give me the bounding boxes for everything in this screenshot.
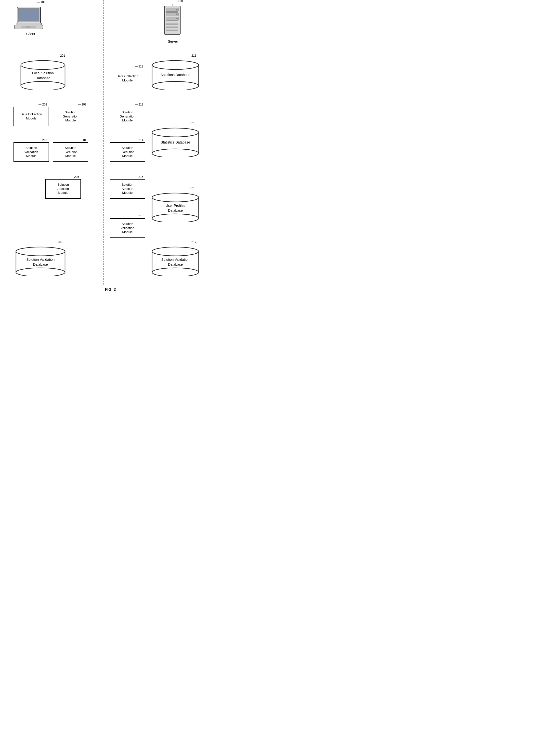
svg-point-23 <box>21 81 65 90</box>
svg-rect-6 <box>26 26 30 27</box>
solution-validation-db-left-icon: Solution Validation Database <box>13 244 67 276</box>
ref-207: — 207 <box>54 240 63 244</box>
solution-execution-214-label: SolutionExecutionModule <box>120 146 134 158</box>
ref-219: — 219 <box>188 186 196 190</box>
ref-216: — 216 <box>135 214 143 218</box>
svg-text:Solutions Database: Solutions Database <box>160 73 190 77</box>
svg-text:Statistics Database: Statistics Database <box>161 140 190 144</box>
solution-generation-213: — 213 SolutionGenerationModule <box>110 107 145 126</box>
divider <box>103 0 104 285</box>
solution-validation-db-right: — 217 Solution Validation Database <box>150 244 201 277</box>
solutions-db-icon: Solutions Database <box>150 58 201 90</box>
user-profiles-db-icon: User Profiles Database <box>150 190 201 222</box>
solutions-db: — 211 Solutions Database <box>150 58 201 91</box>
svg-text:Database: Database <box>33 262 48 266</box>
server-icon <box>161 4 185 38</box>
data-collection-212-label: Data CollectionModule <box>117 74 138 83</box>
solution-execution-204-label: SolutionExecutionModule <box>64 146 78 158</box>
diagram-container: — 100 Client — 130 <box>0 0 221 294</box>
svg-point-29 <box>152 61 199 69</box>
local-solution-db-icon: Local Solution Database <box>18 58 67 90</box>
ref-214: — 214 <box>135 138 143 142</box>
svg-text:Solution Validation: Solution Validation <box>161 258 190 261</box>
svg-rect-3 <box>16 23 42 25</box>
svg-point-47 <box>152 247 199 256</box>
client-device: — 100 Client <box>13 5 48 36</box>
svg-text:Local Solution: Local Solution <box>32 71 54 75</box>
svg-rect-17 <box>166 27 178 28</box>
solution-validation-db-left: — 207 Solution Validation Database <box>13 244 67 277</box>
ref-204: — 204 <box>78 138 86 142</box>
data-collection-202: — 202 Data CollectionModule <box>13 107 49 126</box>
svg-rect-16 <box>166 26 178 26</box>
solution-execution-214: — 214 SolutionExecutionModule <box>110 142 145 162</box>
server-label: Server <box>161 39 185 43</box>
svg-rect-18 <box>166 29 178 29</box>
client-ref-label: — 100 <box>37 0 45 4</box>
data-collection-202-label: Data CollectionModule <box>20 112 42 121</box>
solution-addition-205: — 205 SolutionAdditionModule <box>45 179 81 199</box>
ref-212: — 212 <box>135 65 143 69</box>
solution-validation-206-label: SolutionValidationModule <box>24 146 38 158</box>
solution-addition-215: — 215 SolutionAdditionModule <box>110 179 145 199</box>
svg-text:Database: Database <box>168 209 183 212</box>
solution-addition-205-label: SolutionAdditionModule <box>57 183 69 195</box>
svg-rect-15 <box>166 24 178 25</box>
solution-validation-206: — 206 SolutionValidationModule <box>13 142 49 162</box>
svg-point-12 <box>176 13 178 15</box>
ref-211: — 211 <box>188 54 196 57</box>
client-label: Client <box>13 32 48 36</box>
svg-point-24 <box>21 61 65 69</box>
ref-206: — 206 <box>39 138 47 142</box>
ref-218: — 218 <box>188 121 196 125</box>
svg-point-46 <box>152 268 199 276</box>
svg-point-28 <box>152 81 199 90</box>
svg-rect-14 <box>166 23 178 24</box>
fig-caption: FIG. 2 <box>105 287 116 292</box>
statistics-db: — 218 Statistics Database <box>150 125 201 158</box>
ref-215: — 215 <box>135 175 143 179</box>
svg-point-32 <box>152 149 199 157</box>
laptop-icon <box>13 6 48 30</box>
solution-generation-203: — 203 SolutionGenerationModule <box>53 107 88 126</box>
ref-202: — 202 <box>39 103 47 107</box>
svg-text:User Profiles: User Profiles <box>166 204 185 208</box>
solution-generation-213-label: SolutionGenerationModule <box>119 110 135 123</box>
statistics-db-icon: Statistics Database <box>150 125 201 157</box>
svg-rect-19 <box>166 30 178 31</box>
svg-point-36 <box>152 214 199 222</box>
svg-point-42 <box>16 247 65 256</box>
user-profiles-db: — 219 User Profiles Database <box>150 190 201 223</box>
svg-point-37 <box>152 193 199 202</box>
solution-execution-204: — 204 SolutionExecutionModule <box>53 142 88 162</box>
solution-validation-216-label: SolutionValidationModule <box>120 222 134 235</box>
svg-text:Solution Validation: Solution Validation <box>26 258 55 261</box>
ref-213: — 213 <box>135 103 143 107</box>
solution-validation-216: — 216 SolutionValidationModule <box>110 218 145 238</box>
solution-generation-203-label: SolutionGenerationModule <box>63 110 78 123</box>
ref-203: — 203 <box>78 103 86 107</box>
ref-205: — 205 <box>70 175 79 179</box>
svg-point-13 <box>176 18 178 19</box>
svg-text:Database: Database <box>36 76 50 80</box>
ref-201: — 201 <box>56 54 65 57</box>
svg-point-41 <box>16 268 65 276</box>
svg-point-21 <box>172 4 173 4</box>
solution-validation-db-right-icon: Solution Validation Database <box>150 244 201 276</box>
ref-217: — 217 <box>188 240 196 244</box>
svg-point-33 <box>152 128 199 137</box>
svg-point-11 <box>176 9 178 11</box>
server-device: — 130 Server <box>161 4 185 43</box>
data-collection-212: — 212 Data CollectionModule <box>110 69 145 88</box>
local-solution-db: — 201 Local Solution Database <box>18 58 67 91</box>
svg-text:Database: Database <box>168 262 183 266</box>
server-ref-label: — 130 <box>174 0 183 3</box>
svg-rect-2 <box>19 9 39 21</box>
solution-addition-215-label: SolutionAdditionModule <box>122 183 133 195</box>
